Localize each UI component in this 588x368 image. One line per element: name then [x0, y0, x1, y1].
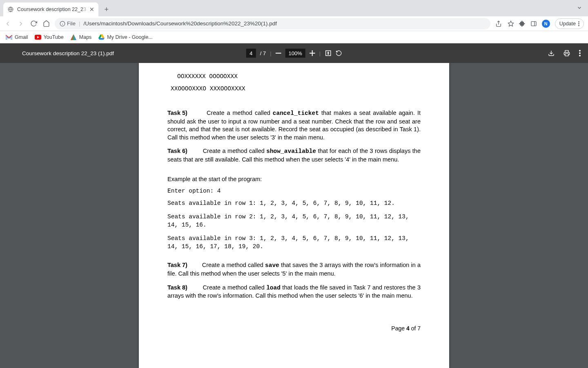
globe-icon	[7, 6, 14, 13]
profile-avatar[interactable]: N	[542, 20, 550, 28]
extensions-icon[interactable]	[519, 20, 526, 27]
browser-toolbar: File | /Users/macintosh/Downloads/Course…	[0, 16, 588, 31]
print-icon[interactable]	[564, 50, 570, 56]
bookmark-label: Maps	[79, 34, 92, 40]
example-output: Seats available in row 2: 1, 2, 3, 4, 5,…	[167, 213, 421, 229]
bookmark-label: Gmail	[15, 34, 28, 40]
task-text: Create a method called	[207, 110, 273, 116]
code-name: show_available	[266, 148, 316, 155]
pdf-filename: Coursework description 22_23 (1).pdf	[22, 50, 114, 56]
seat-diagram-line: OOXXXXXX OOOOOXXX	[177, 73, 421, 81]
pdf-toolbar: Coursework description 22_23 (1).pdf / 7…	[0, 43, 588, 63]
task-8: Task 8) Create a method called load that…	[167, 284, 421, 300]
maps-icon	[70, 34, 77, 40]
youtube-icon	[35, 34, 41, 40]
url-scheme: File	[67, 20, 76, 27]
browser-tab[interactable]: Coursework description 22_23 ✕	[3, 2, 98, 16]
svg-point-26	[579, 50, 581, 52]
menu-icon[interactable]	[7, 50, 15, 56]
example-output: Seats available in row 1: 1, 2, 3, 4, 5,…	[167, 200, 421, 208]
bookmark-star-icon[interactable]	[508, 20, 514, 27]
download-icon[interactable]	[548, 50, 555, 56]
svg-rect-21	[310, 53, 315, 54]
task-text: Create a method called	[203, 284, 267, 291]
bookmark-maps[interactable]: Maps	[70, 34, 92, 40]
toolbar-separator: |	[270, 50, 271, 56]
svg-point-28	[579, 55, 581, 56]
task-7: Task 7) Create a method called save that…	[167, 261, 421, 278]
task-label: Task 7)	[167, 261, 192, 269]
svg-rect-6	[531, 21, 536, 26]
share-icon[interactable]	[495, 20, 502, 27]
pdf-viewport[interactable]: OOXXXXXX OOOOOXXX XXOOOOXXXO XXXOOOXXXX …	[0, 63, 588, 368]
zoom-in-icon[interactable]	[310, 50, 315, 56]
page-footer: Page 4 of 7	[167, 325, 421, 332]
task-text: Create a method called	[203, 148, 267, 154]
more-icon[interactable]	[579, 50, 581, 56]
reload-icon[interactable]	[30, 20, 37, 27]
svg-point-10	[578, 25, 579, 26]
svg-point-8	[578, 21, 579, 22]
code-name: load	[266, 285, 281, 291]
bookmark-drive[interactable]: My Drive - Google...	[98, 34, 152, 40]
task-text: Create a method called	[202, 262, 265, 268]
close-tab-icon[interactable]: ✕	[89, 6, 94, 13]
back-icon[interactable]	[4, 20, 11, 27]
svg-point-9	[578, 23, 579, 24]
svg-marker-5	[508, 21, 513, 26]
page-number-input[interactable]	[246, 49, 256, 58]
toolbar-separator: |	[319, 50, 321, 56]
drive-icon	[98, 34, 105, 40]
rotate-icon[interactable]	[335, 50, 342, 56]
example-output: Enter option: 4	[167, 187, 421, 195]
tab-title: Coursework description 22_23	[17, 7, 86, 12]
pdf-page: OOXXXXXX OOOOOXXX XXOOOOXXXO XXXOOOXXXX …	[139, 63, 449, 368]
code-name: cancel_ticket	[273, 110, 319, 117]
url-path: /Users/macintosh/Downloads/Coursework%20…	[83, 20, 277, 27]
zoom-level[interactable]: 100%	[285, 49, 305, 58]
home-icon[interactable]	[43, 20, 50, 27]
svg-point-27	[579, 52, 581, 54]
gmail-icon	[6, 34, 12, 40]
update-button[interactable]: Update	[555, 18, 584, 29]
fit-page-icon[interactable]	[325, 50, 331, 56]
task-label: Task 5)	[167, 109, 192, 117]
task-5: Task 5) Create a method called cancel_ti…	[167, 109, 421, 141]
bookmark-youtube[interactable]: YouTube	[35, 34, 64, 40]
bookmark-label: YouTube	[44, 34, 64, 40]
example-heading: Example at the start of the program:	[167, 175, 421, 184]
bookmarks-bar: Gmail YouTube Maps My Drive - Google...	[0, 31, 588, 43]
task-6: Task 6) Create a method called show_avai…	[167, 147, 421, 164]
page-total: / 7	[260, 50, 266, 56]
new-tab-button[interactable]: +	[101, 4, 112, 15]
svg-rect-19	[276, 53, 281, 54]
seat-diagram-line: XXOOOOXXXO XXXOOOXXXX	[171, 85, 421, 93]
tab-strip: Coursework description 22_23 ✕ +	[0, 0, 588, 16]
forward-icon[interactable]	[17, 20, 24, 27]
address-bar[interactable]: File | /Users/macintosh/Downloads/Course…	[55, 18, 490, 29]
example-output: Seats available in row 3: 1, 2, 3, 4, 5,…	[167, 235, 421, 251]
zoom-out-icon[interactable]	[276, 50, 281, 56]
bookmark-gmail[interactable]: Gmail	[6, 34, 28, 40]
site-info-icon[interactable]: File	[60, 20, 76, 27]
omnibox-separator: |	[79, 20, 80, 27]
sidepanel-icon[interactable]	[530, 20, 537, 27]
code-name: save	[265, 262, 279, 269]
svg-rect-25	[565, 54, 568, 56]
task-label: Task 8)	[167, 284, 192, 292]
task-label: Task 6)	[167, 147, 192, 155]
nav-buttons	[4, 20, 50, 27]
svg-marker-18	[98, 38, 105, 40]
tabs-overflow-chevron-icon[interactable]	[577, 5, 582, 11]
bookmark-label: My Drive - Google...	[107, 34, 152, 40]
